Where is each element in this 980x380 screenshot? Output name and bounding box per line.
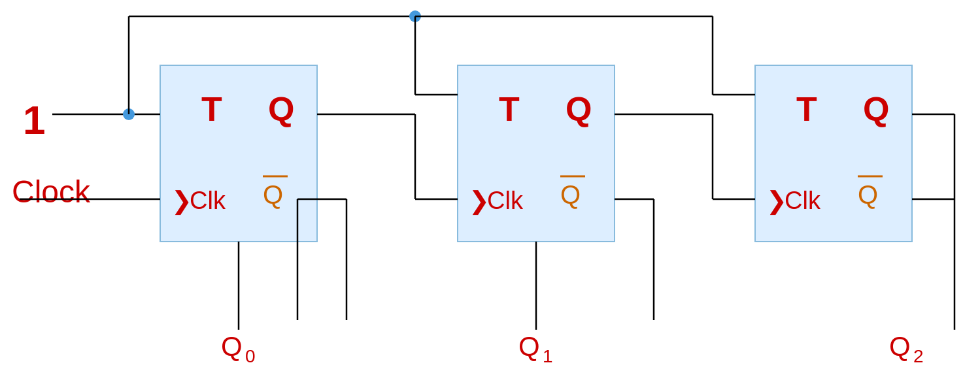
q0-label: Q <box>221 331 243 362</box>
clock-label: Clock <box>12 174 91 209</box>
q2-label: Q <box>889 331 911 362</box>
ff2-qbar-label: Q <box>858 180 878 209</box>
circuit-svg: T Q ❯ Clk Q T Q ❯ Clk Q T Q ❯ Clk Q 1 Cl… <box>0 0 980 380</box>
ff0-clk-label: Clk <box>190 187 226 214</box>
ff1-T-label: T <box>499 90 520 128</box>
ff1-Q-label: Q <box>566 90 592 128</box>
ff2-T-label: T <box>796 90 817 128</box>
ff2-Q-label: Q <box>863 90 889 128</box>
ff2-clk-label: Clk <box>785 187 821 214</box>
q1-label: Q <box>518 331 540 362</box>
ff0-T-label: T <box>201 90 222 128</box>
ff1-clk-label: Clk <box>487 187 524 214</box>
ff0-qbar-label: Q <box>263 180 283 209</box>
circuit-diagram: T Q ❯ Clk Q T Q ❯ Clk Q T Q ❯ Clk Q 1 Cl… <box>0 0 980 380</box>
q2-sub-label: 2 <box>913 346 924 366</box>
ff1-qbar-label: Q <box>560 180 581 209</box>
q0-sub-label: 0 <box>245 346 256 366</box>
ff0-Q-label: Q <box>268 90 294 128</box>
q1-sub-label: 1 <box>543 346 553 366</box>
input-one-label: 1 <box>23 97 45 142</box>
